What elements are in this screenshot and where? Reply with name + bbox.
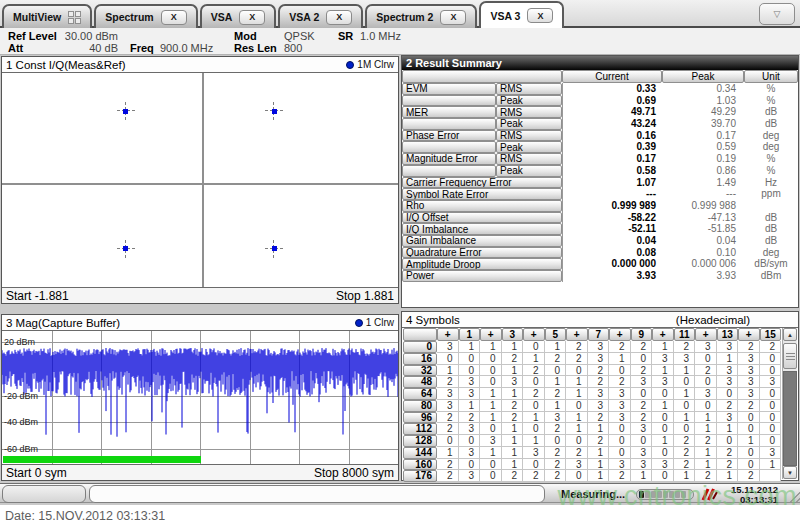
result-label-group: Amplitude Droop [402, 258, 562, 270]
sr-value[interactable]: 1.0 MHz [360, 31, 401, 42]
result-unit: dB/sym [744, 258, 798, 270]
symbol-cell: 2 [588, 412, 610, 424]
symbols-row: 1441311322103021203 [403, 447, 781, 459]
tab-label: Spectrum 2 [376, 11, 433, 23]
symbol-cell: 1 [545, 400, 567, 412]
result-metric-name: EVM [402, 83, 496, 95]
result-metric-name: I/Q Imbalance [402, 223, 562, 235]
tab-overflow-button[interactable]: ▽ [759, 3, 795, 25]
symbol-cell: 2 [631, 412, 653, 424]
att-value[interactable]: 40 dB [60, 43, 118, 54]
scroll-track[interactable] [783, 371, 797, 466]
result-metric-sub: RMS [496, 130, 562, 142]
ref-level-value[interactable]: 30.00 dBm [60, 31, 118, 42]
symbol-cell: 3 [588, 388, 610, 400]
symbol-cell: 1 [523, 412, 545, 424]
symbols-scrollbar[interactable]: ▲ ▼ [782, 328, 797, 479]
result-unit: dB [744, 235, 798, 247]
softkey-tab-1[interactable] [2, 485, 86, 503]
symbol-cell: 2 [760, 341, 782, 353]
symbol-cell: 0 [480, 423, 502, 435]
result-label-group: Magnitude ErrorRMS [402, 153, 562, 165]
tab-spectrum-2[interactable]: Spectrum 2X [365, 4, 477, 28]
tab-close-button[interactable]: X [326, 10, 352, 25]
mod-value[interactable]: QPSK [284, 31, 315, 42]
symbols-window-header[interactable]: 4 Symbols (Hexadecimal) [402, 312, 798, 328]
symbol-cell: 2 [437, 412, 459, 424]
scroll-thumb[interactable] [783, 343, 797, 369]
symbol-cell: 0 [609, 447, 631, 459]
symbol-cell: 1 [588, 470, 610, 482]
scroll-down-button[interactable]: ▼ [783, 466, 797, 479]
symbols-row: 482303011223300333 [403, 376, 781, 388]
tab-vsa[interactable]: VSAX [200, 4, 277, 28]
symbol-cell: 1 [588, 447, 610, 459]
symbol-cell: 3 [717, 376, 739, 388]
symbol-cell: 0 [695, 400, 717, 412]
tab-close-button[interactable]: X [239, 10, 265, 25]
const-plot [2, 73, 398, 287]
mag-window-header[interactable]: 3 Mag(Capture Buffer) 1 Clrw [2, 315, 398, 331]
symbol-cell: 0 [652, 447, 674, 459]
y-axis-tick-label: -60 dBm [4, 444, 38, 454]
tab-close-button[interactable]: X [161, 10, 187, 25]
symbol-cell: 0 [652, 412, 674, 424]
result-row: Power3.933.93dBm [402, 270, 798, 282]
symbol-cell: 1 [566, 423, 588, 435]
symbols-window-title: 4 Symbols [406, 314, 460, 326]
result-label-group: Peak [402, 141, 562, 153]
result-summary-title[interactable]: 2 Result Summary [402, 56, 798, 70]
const-window-header[interactable]: 1 Const I/Q(Meas&Ref) 1M Clrw [2, 57, 398, 73]
tab-label: VSA [211, 11, 233, 23]
symbol-cell: 0 [566, 470, 588, 482]
symbol-cell: 0 [545, 435, 567, 447]
symbol-cell: 1 [502, 388, 524, 400]
symbol-cell: 0 [480, 470, 502, 482]
measuring-label: Measuring... [561, 488, 625, 500]
mag-window: 3 Mag(Capture Buffer) 1 Clrw 20 dBm-20 d… [1, 314, 399, 481]
symbol-cell: 1 [674, 388, 696, 400]
symbols-row: 962212131232011300 [403, 412, 781, 424]
symbol-cell: 1 [674, 412, 696, 424]
resize-grip-icon[interactable] [785, 487, 800, 502]
result-metric-name [402, 95, 496, 107]
symbol-cell: 0 [652, 470, 674, 482]
tab-close-button[interactable]: X [527, 8, 553, 23]
res-len-value[interactable]: 800 [284, 43, 302, 54]
scroll-up-button[interactable]: ▲ [783, 328, 797, 341]
tab-spectrum[interactable]: SpectrumX [94, 4, 197, 28]
symbol-cell: 2 [588, 365, 610, 377]
symbol-cell: 0 [566, 400, 588, 412]
result-label-group: Carrier Frequency Error [402, 177, 562, 189]
tab-vsa-3[interactable]: VSA 3X [479, 1, 564, 28]
result-metric-name [402, 118, 496, 130]
symbol-cell: 3 [437, 400, 459, 412]
vsa-screen: ▽ MultiViewSpectrumXVSAXVSA 2XSpectrum 2… [0, 0, 800, 525]
result-label-group: I/Q Imbalance [402, 223, 562, 235]
tab-vsa-2[interactable]: VSA 2X [278, 4, 363, 28]
symbol-cell: 2 [437, 470, 459, 482]
result-header-unit: Unit [744, 70, 798, 83]
result-current-value: --- [562, 188, 662, 200]
y-axis-tick-label: -40 dBm [4, 417, 38, 427]
tab-multiview[interactable]: MultiView [2, 4, 92, 28]
ref-level-label: Ref Level [8, 31, 57, 42]
symbols-col-header: 3 [502, 328, 524, 341]
result-row: Phase ErrorRMS0.160.17deg [402, 130, 798, 142]
symbol-cell: 3 [695, 388, 717, 400]
symbol-cell: 1 [502, 423, 524, 435]
symbol-cell: 0 [652, 423, 674, 435]
mag-plot: 20 dBm-20 dBm-40 dBm-60 dBm [2, 331, 398, 464]
symbol-cell: 3 [695, 341, 717, 353]
symbol-cell: 0 [523, 459, 545, 471]
symbol-cell: 1 [588, 423, 610, 435]
result-peak-value: 0.999 988 [662, 200, 744, 212]
symbols-col-header: + [738, 328, 760, 341]
symbol-cell: 1 [437, 447, 459, 459]
freq-value[interactable]: 900.0 MHz [160, 43, 213, 54]
result-metric-name [402, 141, 496, 153]
tab-close-button[interactable]: X [440, 10, 466, 25]
mag-stop-label: Stop 8000 sym [314, 466, 394, 480]
symbol-dot [272, 109, 277, 114]
softkey-tab-2[interactable] [89, 485, 545, 503]
